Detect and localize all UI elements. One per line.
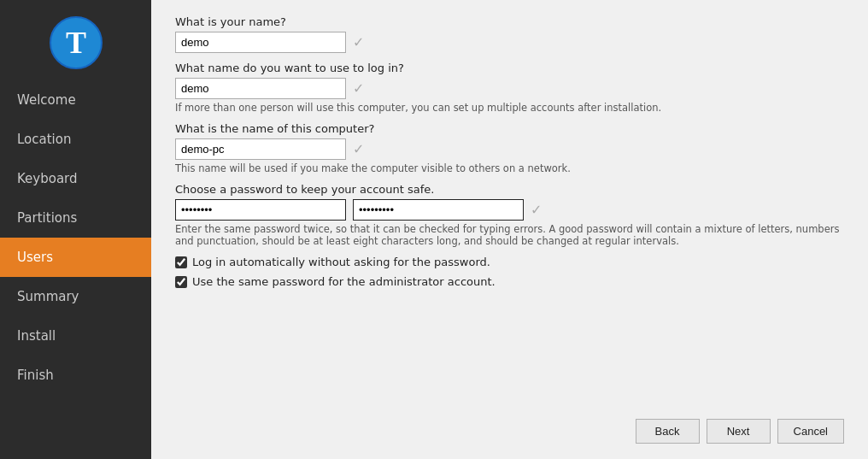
same-password-label: Use the same password for the administra… [192,275,496,288]
password-input[interactable] [175,199,346,221]
name-group: What is your name? ✓ [175,15,844,53]
computer-name-hint: This name will be used if you make the c… [175,162,844,174]
sidebar-item-welcome[interactable]: Welcome [0,80,151,120]
logo-area: T [0,0,151,80]
login-hint: If more than one person will use this co… [175,102,844,114]
name-input[interactable] [175,32,346,53]
login-input[interactable] [175,78,346,99]
footer: Back Next Cancel [175,410,844,444]
autologin-label: Log in automatically without asking for … [192,256,490,268]
same-password-checkbox[interactable] [175,276,187,288]
sidebar-item-summary[interactable]: Summary [0,277,151,316]
login-label: What name do you want to use to log in? [175,62,844,74]
name-label: What is your name? [175,15,844,28]
password-confirm-input[interactable] [353,199,524,221]
sidebar-item-finish[interactable]: Finish [0,356,151,395]
next-button[interactable]: Next [707,419,771,444]
back-button[interactable]: Back [636,419,700,444]
password-label: Choose a password to keep your account s… [175,183,844,196]
computer-check-icon: ✓ [353,141,364,157]
same-password-row: Use the same password for the administra… [175,275,844,288]
password-group: Choose a password to keep your account s… [175,183,844,247]
name-check-icon: ✓ [353,34,364,50]
password-check-icon: ✓ [531,202,542,218]
sidebar: T WelcomeLocationKeyboardPartitionsUsers… [0,0,151,459]
sidebar-item-users[interactable]: Users [0,238,151,277]
main-content: What is your name? ✓ What name do you wa… [151,0,868,459]
svg-text:T: T [65,26,85,60]
sidebar-item-partitions[interactable]: Partitions [0,198,151,238]
autologin-checkbox[interactable] [175,256,187,268]
sidebar-item-location[interactable]: Location [0,120,151,159]
computer-name-label: What is the name of this computer? [175,122,844,135]
login-group: What name do you want to use to log in? … [175,62,844,114]
computer-name-group: What is the name of this computer? ✓ Thi… [175,122,844,174]
login-check-icon: ✓ [353,80,364,97]
sidebar-item-keyboard[interactable]: Keyboard [0,159,151,198]
password-hint: Enter the same password twice, so that i… [175,223,844,247]
form-section: What is your name? ✓ What name do you wa… [175,15,844,410]
computer-name-input[interactable] [175,138,346,160]
sidebar-nav: WelcomeLocationKeyboardPartitionsUsersSu… [0,80,151,395]
sidebar-item-install[interactable]: Install [0,316,151,356]
autologin-row: Log in automatically without asking for … [175,256,844,268]
cancel-button[interactable]: Cancel [777,419,844,444]
app-logo: T [49,15,103,70]
